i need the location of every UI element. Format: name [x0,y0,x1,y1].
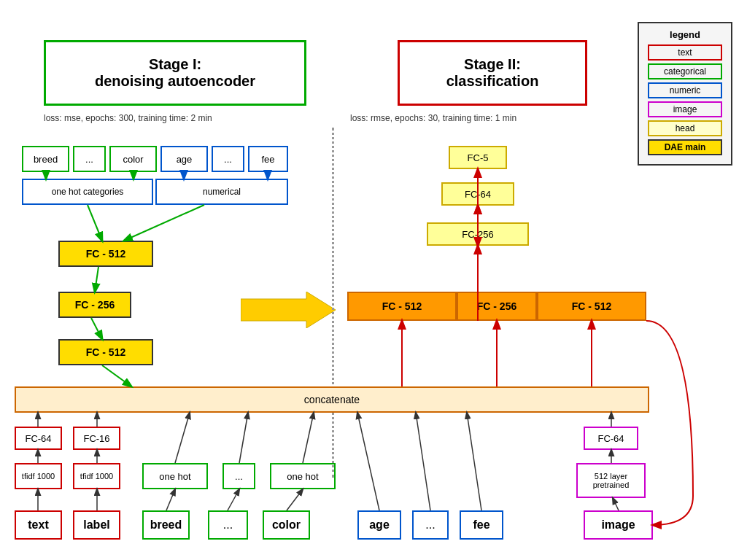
color-top-box: color [109,146,157,172]
fc256-dae-box: FC - 256 [58,292,131,318]
svg-line-7 [95,267,98,292]
one-hot-color-box: one hot [270,463,336,489]
fc256-cls2-box: FC - 256 [457,292,537,321]
svg-line-35 [102,365,131,386]
dots-mid-box: ... [222,463,255,489]
fc5-box: FC-5 [449,146,507,169]
fc512-dae2-box: FC - 512 [58,339,153,365]
svg-line-5 [88,205,102,241]
breed-top-box: breed [22,146,69,172]
text-bot-box: text [15,510,62,540]
dots-bot2-box: ... [412,510,449,540]
svg-line-8 [91,318,102,339]
tfidf1-box: tfidf 1000 [15,463,62,489]
legend-numeric: numeric [648,82,722,98]
dots-top1-box: ... [73,146,106,172]
stage1-title: Stage I: denoising autoencoder [44,40,306,106]
svg-line-32 [613,498,619,510]
breed-bot-box: breed [142,510,190,540]
numerical-box: numerical [155,179,288,205]
svg-line-6 [124,205,204,241]
legend-text: text [648,44,722,61]
tfidf2-box: tfidf 1000 [73,463,120,489]
stage2-title: Stage II: classification [398,40,587,106]
svg-line-27 [287,489,303,510]
legend-title: legend [648,29,722,40]
fc512-cls3-box: FC - 512 [537,292,646,321]
pretrained-box: 512 layerpretrained [576,463,646,498]
legend-categorical: categorical [648,63,722,79]
one-hot-categories-box: one hot categories [22,179,153,205]
color-bot-box: color [263,510,310,540]
stage2-line1: Stage II: [446,56,539,73]
loss-stage1: loss: mse, epochs: 300, training time: 2… [44,113,212,123]
image-bot-box: image [584,510,653,540]
fc16-box: FC-16 [73,427,120,450]
legend-dae: DAE main [648,139,722,155]
age-bot-box: age [357,510,401,540]
fee-top-box: fee [248,146,288,172]
fc64-left-box: FC-64 [15,427,62,450]
fc64-right-box: FC-64 [584,427,638,450]
label-bot-box: label [73,510,120,540]
dots-top2-box: ... [212,146,244,172]
fc64-cls-box: FC-64 [441,182,514,206]
stage1-line1: Stage I: [95,56,255,73]
loss-stage2: loss: rmse, epochs: 30, training time: 1… [350,113,516,123]
svg-line-25 [228,489,239,510]
legend: legend text categorical numeric image he… [638,22,732,166]
dots-bot-box: ... [208,510,248,540]
legend-head: head [648,120,722,136]
dotted-divider [332,128,334,478]
fc512-cls1-box: FC - 512 [347,292,457,321]
diagram: { "legend": { "title": "legend", "items"… [0,0,747,560]
svg-line-28 [303,413,314,463]
svg-marker-0 [241,292,336,328]
age-top-box: age [160,146,208,172]
svg-line-31 [467,413,481,510]
legend-image: image [648,101,722,117]
stage1-line2: denoising autoencoder [95,73,255,90]
svg-line-23 [166,489,175,510]
concatenate-box: concatenate [15,386,649,413]
stage2-line2: classification [446,73,539,90]
fc512-dae1-box: FC - 512 [58,241,153,267]
fc256-cls-box: FC-256 [427,222,529,246]
svg-line-24 [175,413,190,463]
svg-line-26 [239,413,248,463]
one-hot-breed-box: one hot [142,463,208,489]
fee-bot-box: fee [460,510,503,540]
svg-line-29 [357,413,379,510]
svg-line-30 [416,413,430,510]
